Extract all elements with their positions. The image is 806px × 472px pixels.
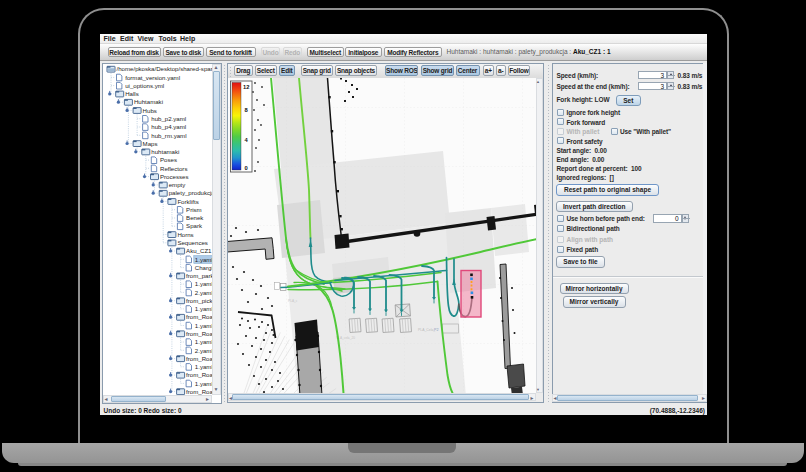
svg-text:2.yaml (: 2.yaml ( (195, 288, 212, 295)
svg-text:from_Road: from_Road (186, 313, 212, 320)
svg-text:Forklifts: Forklifts (177, 197, 198, 204)
svg-text:1.yaml (: 1.yaml ( (195, 280, 212, 287)
svg-text:1.yaml (: 1.yaml ( (195, 363, 212, 370)
svg-text:Huhtamaki: Huhtamaki (134, 98, 163, 105)
svg-text:Poses: Poses (160, 156, 177, 163)
svg-text:hub_p2.yaml: hub_p2.yaml (151, 114, 186, 121)
svg-text:from_Road: from_Road (186, 354, 212, 361)
svg-text:PLA_c: PLA_c (288, 299, 298, 303)
svg-text:hub_p4.yaml: hub_p4.yaml (151, 123, 186, 130)
svg-text:Maps: Maps (143, 139, 158, 146)
svg-text:format_version.yaml: format_version.yaml (125, 73, 180, 80)
svg-text:1.yaml (: 1.yaml ( (195, 305, 212, 312)
svg-text:1.yaml (: 1.yaml ( (195, 255, 212, 262)
svg-text:PLA_Cela_: PLA_Cela_ (418, 328, 435, 332)
svg-text:Charging: Charging (195, 263, 212, 270)
svg-text:Spark: Spark (186, 222, 203, 229)
svg-text:2.yaml (: 2.yaml ( (195, 346, 212, 353)
svg-text:/home/pkoska/Desktop/shared-sp: /home/pkoska/Desktop/shared-spark (117, 65, 213, 72)
svg-text:1.yaml (: 1.yaml ( (195, 338, 212, 345)
svg-text:palety_produkcja: palety_produkcja (169, 189, 212, 196)
svg-text:Sequences: Sequences (177, 239, 208, 246)
svg-text:P2: P2 (434, 328, 438, 332)
svg-text:ui_options.yml: ui_options.yml (125, 81, 164, 88)
svg-text:hub_rm.yaml: hub_rm.yaml (151, 131, 186, 138)
svg-text:from_Road: from_Road (186, 387, 212, 394)
svg-text:from_Road: from_Road (186, 371, 212, 378)
svg-text:from_parking: from_parking (186, 272, 212, 279)
svg-text:Prism: Prism (186, 205, 202, 212)
svg-text:empty: empty (169, 181, 187, 188)
svg-text:1.yaml (: 1.yaml ( (195, 379, 212, 386)
svg-text:from_Road: from_Road (186, 329, 212, 336)
svg-text:Reflectors: Reflectors (160, 164, 187, 171)
svg-text:from_pick2: from_pick2 (186, 296, 212, 303)
svg-text:Benek: Benek (186, 214, 204, 221)
svg-text:12: 12 (243, 84, 249, 90)
svg-text:huhtamaki: huhtamaki (151, 148, 179, 155)
svg-text:Processes: Processes (160, 172, 188, 179)
svg-text:Hubs: Hubs (143, 106, 157, 113)
svg-text:1.yaml (: 1.yaml ( (195, 321, 212, 328)
svg-text:Halls: Halls (125, 90, 139, 97)
svg-text:Aku_CZ1: Aku_CZ1 (186, 247, 212, 254)
svg-text:Horns: Horns (177, 230, 193, 237)
svg-text:0: 0 (244, 165, 247, 171)
